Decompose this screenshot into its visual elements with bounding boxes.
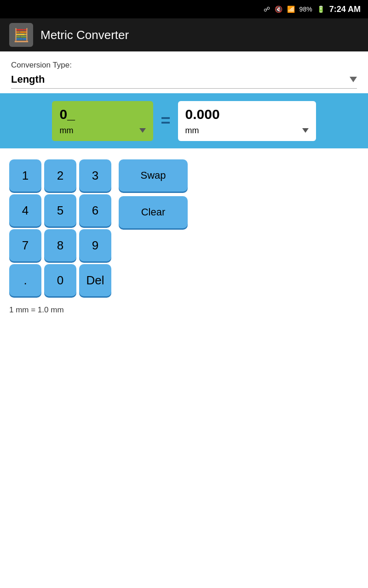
bluetooth-icon: ☍ [264,6,270,13]
main-content: Conversion Type: Length 0_ mm = 0.000 mm… [0,51,368,324]
output-unit-row: mm [185,126,309,136]
num-2-button[interactable]: 2 [44,159,76,192]
input-unit-row: mm [59,126,146,136]
num-0-button[interactable]: 0 [44,264,76,296]
input-unit-arrow-icon [139,128,146,133]
wifi-icon: 📶 [287,6,295,13]
conversion-type-arrow-icon [350,77,357,82]
output-unit: mm [185,126,199,136]
numpad: 123456789.0Del [9,159,111,296]
conversion-type-label: Conversion Type: [11,61,357,70]
output-box[interactable]: 0.000 mm [178,101,316,141]
action-buttons: Swap Clear [119,159,188,228]
converter-display: 0_ mm = 0.000 mm [0,93,368,148]
num-3-button[interactable]: 3 [79,159,111,192]
conversion-type-section: Conversion Type: Length [0,51,368,93]
app-title: Metric Converter [40,28,129,42]
num-6-button[interactable]: 6 [79,194,111,226]
app-header: 🧮 Metric Converter [0,18,368,51]
battery-text: 98% [299,6,312,13]
equals-sign: = [161,111,170,130]
clear-button[interactable]: Clear [119,196,188,228]
keypad-section: 123456789.0Del Swap Clear [0,148,368,304]
battery-icon: 🔋 [317,6,325,13]
input-box[interactable]: 0_ mm [52,101,153,141]
input-value: 0_ [59,107,146,122]
swap-button[interactable]: Swap [119,159,188,192]
output-value: 0.000 [185,107,309,122]
input-unit: mm [59,126,73,136]
num-5-button[interactable]: 5 [44,194,76,226]
output-unit-arrow-icon [302,128,309,133]
conversion-info: 1 mm = 1.0 mm [0,304,368,324]
num-9-button[interactable]: 9 [79,229,111,261]
num-7-button[interactable]: 7 [9,229,41,261]
conversion-formula: 1 mm = 1.0 mm [9,305,64,314]
num-8-button[interactable]: 8 [44,229,76,261]
conversion-type-value: Length [11,74,45,85]
num-4-button[interactable]: 4 [9,194,41,226]
calculator-icon: 🧮 [13,28,29,43]
status-time: 7:24 AM [329,5,361,14]
mute-icon: 🔇 [275,6,282,13]
conversion-type-dropdown[interactable]: Length [11,74,357,89]
status-bar: ☍ 🔇 📶 98% 🔋 7:24 AM [0,0,368,18]
num-1-button[interactable]: 1 [9,159,41,192]
app-icon: 🧮 [9,23,33,47]
delete-button[interactable]: Del [79,264,111,296]
decimal-button[interactable]: . [9,264,41,296]
